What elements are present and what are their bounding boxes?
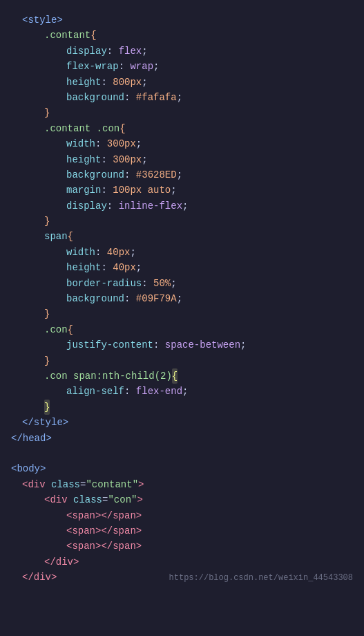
code-token: align-self xyxy=(66,384,124,399)
code-token: height xyxy=(66,260,101,275)
code-token: } xyxy=(44,214,50,229)
code-token: background xyxy=(66,167,124,183)
code-token: ; xyxy=(177,167,182,183)
code-line: align-self: flex-end; xyxy=(0,384,364,399)
code-token: width xyxy=(66,245,95,260)
code-token: #09F79A xyxy=(136,291,177,306)
code-token: 40px xyxy=(107,245,131,260)
code-token: <span></span> xyxy=(66,539,142,554)
code-token: 300px xyxy=(107,136,136,151)
code-token: ; xyxy=(240,337,246,353)
code-token: ; xyxy=(142,75,147,90)
code-token: margin xyxy=(66,183,101,198)
code-line: } xyxy=(0,400,364,415)
code-token: display xyxy=(66,198,107,214)
code-token: > xyxy=(138,477,144,492)
code-token: ; xyxy=(142,44,147,59)
code-line: </div> https://blog.csdn.net/weixin_4454… xyxy=(0,570,364,585)
code-token: : xyxy=(101,152,113,167)
code-line: margin: 100px auto; xyxy=(0,183,364,198)
code-line: </div> xyxy=(0,554,364,570)
code-token: ; xyxy=(136,136,142,151)
code-token: = xyxy=(80,477,86,492)
code-line: background: #3628ED; xyxy=(0,167,364,183)
code-token: { xyxy=(172,368,178,384)
code-line: justify-content: space-between; xyxy=(0,337,364,353)
code-line: background: #09F79A; xyxy=(0,291,364,306)
code-token: > xyxy=(137,492,142,507)
code-token: inline-flex xyxy=(119,198,182,214)
code-token: : xyxy=(107,198,119,214)
code-token: ; xyxy=(182,384,188,399)
code-token: flex xyxy=(119,44,142,59)
code-line: <style> xyxy=(0,12,364,28)
code-token: .contant xyxy=(44,28,90,43)
code-token: justify-content xyxy=(66,337,153,353)
code-line: .contant{ xyxy=(0,28,364,43)
code-token: <div xyxy=(44,492,73,507)
code-line xyxy=(0,446,364,461)
code-token: border-radius xyxy=(66,276,142,291)
code-token: ; xyxy=(177,90,182,105)
code-token: : xyxy=(124,291,136,306)
code-token: } xyxy=(44,105,50,120)
code-token: : xyxy=(124,90,136,105)
code-token: ; xyxy=(171,183,176,198)
code-token: : xyxy=(107,44,119,59)
code-token: </div> xyxy=(22,570,57,585)
source-url: https://blog.csdn.net/weixin_44543308 xyxy=(169,572,353,585)
code-token: </div> xyxy=(44,554,79,570)
code-token: : xyxy=(101,183,113,198)
code-token: : xyxy=(101,75,113,90)
code-token: height xyxy=(66,75,101,90)
code-line: </style> xyxy=(0,415,364,430)
code-token: 40px xyxy=(113,260,136,275)
code-line: border-radius: 50%; xyxy=(0,276,364,291)
code-line: .con{ xyxy=(0,322,364,337)
code-token: ; xyxy=(136,260,142,275)
code-token: ; xyxy=(130,245,135,260)
code-token: : xyxy=(119,59,131,74)
code-token: span xyxy=(44,229,68,244)
code-token: 50% xyxy=(153,276,171,291)
code-line: background: #fafafa; xyxy=(0,90,364,105)
code-line: <body> xyxy=(0,461,364,476)
code-token: "contant" xyxy=(86,477,138,492)
code-token: { xyxy=(68,322,73,337)
code-token: .contant .con xyxy=(44,121,119,136)
code-token: : xyxy=(142,276,153,291)
code-token: #3628ED xyxy=(136,167,177,183)
code-token: ; xyxy=(171,276,176,291)
code-line: <div class="con"> xyxy=(0,492,364,507)
code-token: : xyxy=(95,136,107,151)
code-token: { xyxy=(119,121,125,136)
code-line: height: 40px; xyxy=(0,260,364,275)
code-token: : xyxy=(95,245,107,260)
code-line: span{ xyxy=(0,229,364,244)
code-token: = xyxy=(102,492,108,507)
code-token: 100px auto xyxy=(113,183,171,198)
code-token: background xyxy=(66,291,124,306)
code-line: <span></span> xyxy=(0,539,364,554)
code-token: flex-wrap xyxy=(66,59,119,74)
code-line: flex-wrap: wrap; xyxy=(0,59,364,74)
code-token: space-between xyxy=(165,337,240,353)
code-line: width: 40px; xyxy=(0,245,364,260)
code-token: wrap xyxy=(130,59,153,74)
code-line: width: 300px; xyxy=(0,136,364,151)
code-line: height: 800px; xyxy=(0,75,364,90)
code-token: { xyxy=(68,229,73,244)
code-token: height xyxy=(66,152,101,167)
code-token: <style> xyxy=(22,12,63,28)
code-line: height: 300px; xyxy=(0,152,364,167)
code-line: <span></span> xyxy=(0,508,364,523)
code-token: .con xyxy=(44,322,68,337)
code-token: ; xyxy=(177,291,182,306)
code-token: background xyxy=(66,90,124,105)
code-token: ; xyxy=(142,152,147,167)
code-line: } xyxy=(0,105,364,120)
code-token: : xyxy=(153,337,165,353)
code-token: width xyxy=(66,136,95,151)
code-token: class xyxy=(73,492,102,507)
code-token: 300px xyxy=(113,152,142,167)
